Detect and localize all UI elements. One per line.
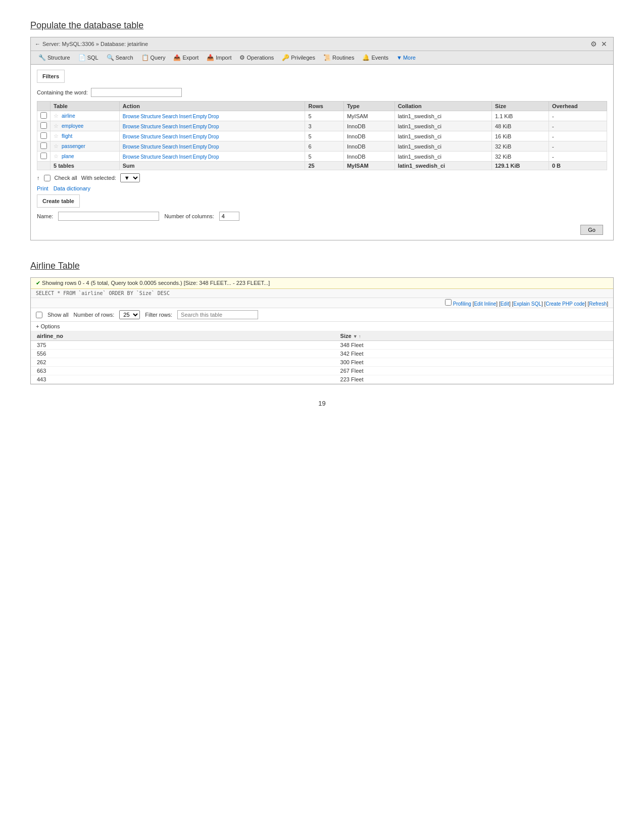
action-link-insert[interactable]: Insert bbox=[179, 154, 191, 160]
table-name-input[interactable] bbox=[58, 212, 159, 221]
action-link-insert[interactable]: Insert bbox=[179, 124, 191, 129]
close-button[interactable]: ✕ bbox=[599, 39, 609, 49]
action-link-browse[interactable]: Browse bbox=[123, 124, 139, 129]
table-name-link[interactable]: airline bbox=[62, 113, 75, 119]
toolbar-operations-btn[interactable]: ⚙ Operations bbox=[236, 53, 277, 62]
row-check-airline[interactable] bbox=[40, 112, 47, 119]
table-name-link[interactable]: flight bbox=[62, 133, 72, 139]
action-link-structure[interactable]: Structure bbox=[140, 114, 161, 119]
action-link-structure[interactable]: Structure bbox=[140, 154, 161, 160]
action-link-structure[interactable]: Structure bbox=[140, 134, 161, 139]
action-link-search[interactable]: Search bbox=[162, 144, 178, 150]
action-link-search[interactable]: Search bbox=[162, 114, 178, 119]
action-link-browse[interactable]: Browse bbox=[123, 114, 139, 119]
row-check-employee[interactable] bbox=[40, 122, 47, 129]
row-check-passenger[interactable] bbox=[40, 142, 47, 149]
breadcrumb: Server: MySQL:3306 » Database: jetairlin… bbox=[42, 41, 148, 47]
action-link-insert[interactable]: Insert bbox=[179, 114, 191, 119]
action-link-insert[interactable]: Insert bbox=[179, 134, 191, 139]
action-link-browse[interactable]: Browse bbox=[123, 134, 139, 139]
action-link-drop[interactable]: Drop bbox=[208, 144, 219, 150]
result-size: 223 Fleet bbox=[334, 375, 613, 384]
check-all-checkbox[interactable] bbox=[44, 175, 51, 181]
star-icon[interactable]: ☆ bbox=[54, 133, 59, 139]
action-link-drop[interactable]: Drop bbox=[208, 134, 219, 139]
toolbar-structure-btn[interactable]: 🔧 Structure bbox=[35, 53, 74, 62]
create-php-link[interactable]: Create PHP code bbox=[546, 301, 585, 307]
show-all-label: Show all bbox=[47, 312, 69, 318]
action-link-drop[interactable]: Drop bbox=[208, 124, 219, 129]
export-label: Export bbox=[182, 55, 199, 61]
star-icon[interactable]: ☆ bbox=[54, 123, 59, 129]
row-tablename: ☆ airline bbox=[51, 111, 120, 121]
result-row: 663 267 Fleet bbox=[31, 367, 613, 375]
row-collation: latin1_swedish_ci bbox=[394, 141, 491, 152]
action-link-search[interactable]: Search bbox=[162, 124, 178, 129]
result-airline-no: 556 bbox=[31, 350, 334, 358]
action-link-browse[interactable]: Browse bbox=[123, 154, 139, 160]
toolbar-routines-btn[interactable]: 📜 Routines bbox=[320, 53, 358, 62]
breadcrumb-icon: ← bbox=[35, 41, 40, 47]
profiling-link[interactable]: Profiling bbox=[453, 301, 471, 307]
toolbar-search-btn[interactable]: 🔍 Search bbox=[103, 53, 137, 62]
profiling-checkbox[interactable] bbox=[445, 299, 452, 306]
action-link-structure[interactable]: Structure bbox=[140, 144, 161, 150]
with-selected-dropdown[interactable]: ▼ bbox=[120, 173, 140, 182]
filters-label: Filters bbox=[42, 73, 59, 79]
action-link-drop[interactable]: Drop bbox=[208, 114, 219, 119]
columns-input[interactable] bbox=[219, 212, 239, 221]
sort-arrow-icon[interactable]: ▼ ↑ bbox=[353, 334, 361, 339]
star-icon[interactable]: ☆ bbox=[54, 143, 59, 149]
col-size-label: Size bbox=[340, 333, 352, 339]
show-all-checkbox[interactable] bbox=[36, 312, 42, 318]
go-btn-row: Go bbox=[37, 225, 607, 235]
star-icon[interactable]: ☆ bbox=[54, 113, 59, 119]
rows-per-page-select[interactable]: 25 bbox=[119, 310, 140, 319]
more-label: More bbox=[403, 55, 416, 61]
row-check-plane[interactable] bbox=[40, 153, 47, 159]
action-link-empty[interactable]: Empty bbox=[192, 114, 207, 119]
toolbar-query-btn[interactable]: 📋 Query bbox=[138, 53, 169, 62]
star-icon[interactable]: ☆ bbox=[54, 153, 59, 159]
containing-input[interactable] bbox=[91, 88, 182, 97]
action-link-insert[interactable]: Insert bbox=[179, 144, 191, 150]
table-name-link[interactable]: employee bbox=[62, 123, 83, 129]
action-link-browse[interactable]: Browse bbox=[123, 144, 139, 150]
action-link-empty[interactable]: Empty bbox=[192, 134, 207, 139]
toolbar-events-btn[interactable]: 🔔 Events bbox=[359, 53, 392, 62]
options-label: + Options bbox=[36, 323, 60, 329]
row-collation: latin1_swedish_ci bbox=[394, 152, 491, 162]
action-link-drop[interactable]: Drop bbox=[208, 154, 219, 160]
action-link-empty[interactable]: Empty bbox=[192, 154, 207, 160]
sql-label: SQL bbox=[87, 55, 98, 61]
result-size: 267 Fleet bbox=[334, 367, 613, 375]
explain-sql-link[interactable]: Explain SQL bbox=[513, 301, 541, 307]
action-link-empty[interactable]: Empty bbox=[192, 124, 207, 129]
toolbar-export-btn[interactable]: 📤 Export bbox=[170, 53, 202, 62]
result-size: 348 Fleet bbox=[334, 341, 613, 350]
table-name-link[interactable]: plane bbox=[62, 154, 74, 159]
filter-input[interactable] bbox=[177, 310, 258, 319]
row-check-flight[interactable] bbox=[40, 132, 47, 139]
edit-inline-link[interactable]: Edit Inline bbox=[474, 301, 496, 307]
edit-link[interactable]: Edit bbox=[501, 301, 509, 307]
action-link-search[interactable]: Search bbox=[162, 134, 178, 139]
table-name-link[interactable]: passenger bbox=[62, 143, 85, 149]
print-link[interactable]: Print bbox=[37, 185, 48, 191]
data-dict-link[interactable]: Data dictionary bbox=[54, 185, 90, 191]
go-button[interactable]: Go bbox=[580, 225, 603, 235]
gear-button[interactable]: ⚙ bbox=[588, 39, 599, 49]
action-link-search[interactable]: Search bbox=[162, 154, 178, 160]
toolbar-privileges-btn[interactable]: 🔑 Privileges bbox=[278, 53, 319, 62]
toolbar-more-btn[interactable]: ▼ More bbox=[393, 54, 419, 62]
toolbar-import-btn[interactable]: 📥 Import bbox=[203, 53, 235, 62]
result-row: 443 223 Fleet bbox=[31, 375, 613, 384]
toolbar-sql-btn[interactable]: 📄 SQL bbox=[75, 53, 102, 62]
result-airline-no: 262 bbox=[31, 358, 334, 367]
action-link-empty[interactable]: Empty bbox=[192, 144, 207, 150]
result-table: airline_no Size ▼ ↑ 375 348 Fleet 556 34… bbox=[31, 331, 613, 384]
action-link-structure[interactable]: Structure bbox=[140, 124, 161, 129]
sql-query-text: SELECT * FROM `airline` ORDER BY `Size` … bbox=[36, 290, 170, 296]
refresh-link[interactable]: Refresh bbox=[589, 301, 607, 307]
row-collation: latin1_swedish_ci bbox=[394, 111, 491, 121]
